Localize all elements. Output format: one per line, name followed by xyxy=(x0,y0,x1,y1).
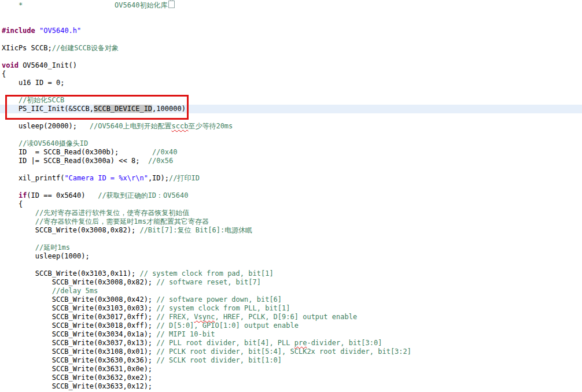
code-token: OV5640_Init() xyxy=(19,61,77,69)
code-line[interactable] xyxy=(0,131,582,139)
code-token: SCCB_Write(0x3633,0x12); xyxy=(2,382,152,390)
code-line[interactable]: PS_IIC_Init(&SCCB,SCCB_DEVICE_ID,100000)… xyxy=(0,105,582,113)
code-line[interactable]: void OV5640_Init() xyxy=(0,61,582,70)
code-token: u16 ID = 0; xyxy=(2,79,64,87)
code-line[interactable]: #include "OV5640.h" xyxy=(0,27,582,35)
code-line[interactable]: SCCB_Write(0x3037,0x13); // PLL root div… xyxy=(0,339,582,347)
code-line[interactable]: SCCB_Write(0x3633,0x12); xyxy=(0,382,582,391)
code-token: SCCB_Write(0x3018,0xff); xyxy=(2,321,156,330)
code-token: // FREX, xyxy=(156,313,194,321)
code-token: usleep(20000); xyxy=(2,122,90,130)
code-token: SCCB_Write(0x3008,0x82); xyxy=(2,226,139,234)
code-token: // D[5:0], GPIO[1:0] output enable xyxy=(156,321,299,330)
code-token: //Bit[7]:复位 Bit[6]:电源休眠 xyxy=(139,226,252,234)
code-token: //初始化SCCB xyxy=(19,96,64,104)
code-token: SCCB_DEVICE_ID xyxy=(94,105,152,113)
code-token: SCCB_Write(0x3008,0x82); xyxy=(2,278,156,286)
code-token: if xyxy=(19,191,27,199)
code-line[interactable]: SCCB_Write(0x3008,0x82); //Bit[7]:复位 Bit… xyxy=(0,226,582,235)
code-token: //打印ID xyxy=(169,174,200,182)
code-line[interactable]: SCCB_Write(0x3632,0xe2); xyxy=(0,373,582,382)
code-token xyxy=(35,27,39,35)
code-token: * OV5640初始化库 xyxy=(2,1,167,9)
code-line[interactable] xyxy=(0,183,582,191)
code-token: (ID == 0x5640) xyxy=(27,191,98,199)
code-token: SCCB_Write(0x3632,0xe2); xyxy=(2,373,152,382)
code-line[interactable] xyxy=(0,87,582,96)
code-token: pre xyxy=(294,339,307,347)
missing-glyph-icon xyxy=(168,1,175,8)
code-line[interactable]: SCCB_Write(0x3017,0xff); // FREX, Vsync,… xyxy=(0,313,582,321)
code-line[interactable]: //先对寄存器进行软件复位，使寄存器恢复初始值 xyxy=(0,209,582,217)
code-token: ID |= SCCB_Read(0x300a) << 8; xyxy=(2,157,148,165)
code-line[interactable]: SCCB_Write(0x3103,0x03); // system clock… xyxy=(0,304,582,313)
code-token: //先对寄存器进行软件复位，使寄存器恢复初始值 xyxy=(35,209,189,217)
code-line[interactable]: SCCB_Write(0x3008,0x82); // software res… xyxy=(0,278,582,287)
code-line[interactable]: SCCB_Write(0x3008,0x42); // software pow… xyxy=(0,295,582,304)
code-line[interactable]: //延时1ms xyxy=(0,243,582,252)
code-line[interactable]: usleep(20000); //OV5640上电到开始配置sccb至少等待20… xyxy=(0,122,582,131)
code-token xyxy=(2,209,35,217)
code-token xyxy=(2,287,52,295)
code-token: SCCB_Write(0x3017,0xff); xyxy=(2,313,156,321)
code-line[interactable]: ID |= SCCB_Read(0x300a) << 8; //0x56 xyxy=(0,157,582,165)
code-line[interactable]: { xyxy=(0,200,582,209)
code-line[interactable]: //寄存器软件复位后，需要延时1ms才能配置其它寄存器 xyxy=(0,217,582,226)
code-token: // SCLK root divider, bit[1:0] xyxy=(156,356,282,364)
code-token: PS_IIC_Init(&SCCB, xyxy=(2,105,94,113)
code-token: //0x56 xyxy=(148,157,173,165)
code-line[interactable]: xil_printf("Camera ID = %x\r\n",ID);//打印… xyxy=(0,174,582,183)
code-token: //读OV5640摄像头ID xyxy=(19,139,88,147)
code-token: xil_printf( xyxy=(2,174,64,182)
code-line[interactable]: u16 ID = 0; xyxy=(0,79,582,87)
code-line[interactable] xyxy=(0,9,582,18)
code-token: SCCB_Write(0x3630,0x36); xyxy=(2,356,156,364)
code-token: Vsync xyxy=(194,313,215,321)
code-editor[interactable]: * OV5640初始化库#include "OV5640.h"XIicPs SC… xyxy=(0,0,582,392)
code-line[interactable]: SCCB_Write(0x3103,0x11); // system clock… xyxy=(0,269,582,278)
code-line[interactable] xyxy=(0,261,582,269)
code-token: ,ID); xyxy=(148,174,169,182)
code-line[interactable] xyxy=(0,18,582,27)
code-token: //0x40 xyxy=(152,148,177,156)
code-token: SCCB_Write(0x3103,0x11); xyxy=(2,269,139,278)
code-token: //获取到正确的ID：OV5640 xyxy=(98,191,188,199)
code-token: // software reset, bit[7] xyxy=(156,278,261,286)
code-line[interactable]: ID = SCCB_Read(0x300b); //0x40 xyxy=(0,148,582,157)
code-token xyxy=(2,191,19,199)
code-token xyxy=(2,96,19,104)
code-line[interactable] xyxy=(0,35,582,44)
code-token: , HREF, PCLK, D[9:6] output enable xyxy=(215,313,357,321)
code-line[interactable]: //初始化SCCB xyxy=(0,96,582,105)
code-line[interactable]: SCCB_Write(0x3108,0x01); // PCLK root di… xyxy=(0,347,582,356)
code-token xyxy=(2,139,19,147)
code-line[interactable]: XIicPs SCCB;//创建SCCB设备对象 xyxy=(0,44,582,53)
code-line[interactable]: SCCB_Write(0x3018,0xff); // D[5:0], GPIO… xyxy=(0,321,582,330)
code-token: // system clock from PLL, bit[1] xyxy=(156,304,290,312)
code-token: ,100000); xyxy=(152,105,190,113)
code-line[interactable]: SCCB_Write(0x3630,0x36); // SCLK root di… xyxy=(0,356,582,365)
code-token: //延时1ms xyxy=(35,243,70,252)
code-line[interactable]: //读OV5640摄像头ID xyxy=(0,139,582,148)
code-area: * OV5640初始化库#include "OV5640.h"XIicPs SC… xyxy=(0,1,582,391)
code-token: #include xyxy=(2,27,35,35)
code-token: //创建SCCB设备对象 xyxy=(52,44,119,52)
code-token xyxy=(2,217,35,225)
code-token: SCCB_Write(0x3631,0x0e); xyxy=(2,365,152,373)
code-token: -divider, bit[3:0] xyxy=(307,339,382,347)
code-line[interactable] xyxy=(0,165,582,174)
code-line[interactable]: SCCB_Write(0x3631,0x0e); xyxy=(0,365,582,373)
code-line[interactable]: usleep(1000); xyxy=(0,252,582,261)
code-line[interactable]: if(ID == 0x5640) //获取到正确的ID：OV5640 xyxy=(0,191,582,200)
code-token: SCCB_Write(0x3034,0x1a); xyxy=(2,330,156,338)
code-token: //delay 5ms xyxy=(52,287,98,295)
code-line[interactable] xyxy=(0,235,582,243)
code-line[interactable]: { xyxy=(0,70,582,79)
code-line[interactable] xyxy=(0,113,582,122)
code-token: // PLL root divider, bit[4], PLL xyxy=(156,339,294,347)
code-token: XIicPs SCCB; xyxy=(2,44,52,52)
code-line[interactable]: //delay 5ms xyxy=(0,287,582,295)
code-line[interactable] xyxy=(0,53,582,61)
code-line[interactable]: SCCB_Write(0x3034,0x1a); // MIPI 10-bit xyxy=(0,330,582,339)
code-line[interactable]: * OV5640初始化库 xyxy=(0,1,582,9)
